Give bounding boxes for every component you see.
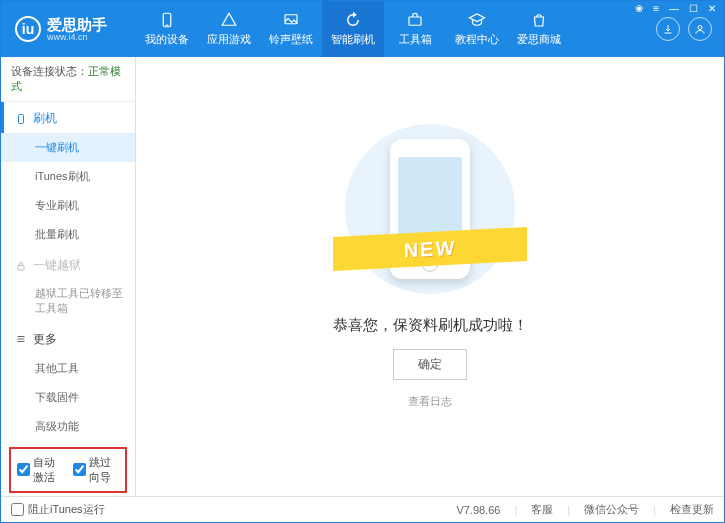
settings-icon[interactable]: ❀	[633, 3, 645, 14]
checkbox-skip-guide[interactable]: 跳过向导	[73, 455, 119, 485]
body: 设备连接状态：正常模式 刷机 一键刷机 iTunes刷机 专业刷机 批量刷机 一…	[1, 57, 724, 496]
phone-illustration: NEW	[345, 124, 515, 294]
header: iu 爱思助手 www.i4.cn 我的设备 应用游戏 铃声壁纸 智能刷机	[1, 1, 724, 57]
support-link[interactable]: 客服	[531, 502, 553, 517]
refresh-icon	[344, 11, 362, 29]
nav-store[interactable]: 爱思商城	[508, 1, 570, 57]
section-more[interactable]: 更多	[1, 323, 135, 354]
svg-rect-5	[19, 114, 24, 123]
sidebar-item-pro[interactable]: 专业刷机	[1, 191, 135, 220]
options-box: 自动激活 跳过向导	[9, 447, 127, 493]
wechat-link[interactable]: 微信公众号	[584, 502, 639, 517]
new-ribbon: NEW	[333, 227, 527, 271]
close-button[interactable]: ✕	[706, 3, 718, 14]
svg-rect-6	[18, 265, 24, 270]
wallpaper-icon	[282, 11, 300, 29]
jailbreak-note: 越狱工具已转移至 工具箱	[1, 280, 135, 323]
check-update-link[interactable]: 检查更新	[670, 502, 714, 517]
app-window: ❀ ≡ — ☐ ✕ iu 爱思助手 www.i4.cn 我的设备 应用游戏 铃声	[0, 0, 725, 523]
menu-icon[interactable]: ≡	[651, 3, 661, 14]
footer-right: V7.98.66 | 客服 | 微信公众号 | 检查更新	[456, 502, 714, 517]
lock-icon	[15, 260, 27, 272]
toolbox-icon	[406, 11, 424, 29]
version-label: V7.98.66	[456, 504, 500, 516]
user-button[interactable]	[688, 17, 712, 41]
phone-icon	[158, 11, 176, 29]
brand-url: www.i4.cn	[47, 32, 107, 42]
main-nav: 我的设备 应用游戏 铃声壁纸 智能刷机 工具箱 教程中心	[136, 1, 656, 57]
user-icon	[694, 23, 706, 35]
download-button[interactable]	[656, 17, 680, 41]
device-status: 设备连接状态：正常模式	[1, 57, 135, 102]
svg-point-4	[698, 26, 702, 30]
sidebar-item-itunes[interactable]: iTunes刷机	[1, 162, 135, 191]
sidebar-item-othertools[interactable]: 其他工具	[1, 354, 135, 383]
footer: 阻止iTunes运行 V7.98.66 | 客服 | 微信公众号 | 检查更新	[1, 496, 724, 522]
nav-my-device[interactable]: 我的设备	[136, 1, 198, 57]
minimize-button[interactable]: —	[667, 3, 681, 14]
maximize-button[interactable]: ☐	[687, 3, 700, 14]
brand-name: 爱思助手	[47, 17, 107, 32]
svg-rect-3	[409, 17, 421, 25]
nav-tutorials[interactable]: 教程中心	[446, 1, 508, 57]
nav-flash[interactable]: 智能刷机	[322, 1, 384, 57]
view-log-link[interactable]: 查看日志	[408, 394, 452, 409]
sidebar: 设备连接状态：正常模式 刷机 一键刷机 iTunes刷机 专业刷机 批量刷机 一…	[1, 57, 136, 496]
main-content: NEW 恭喜您，保资料刷机成功啦！ 确定 查看日志	[136, 57, 724, 496]
phone-icon	[15, 113, 27, 125]
apps-icon	[220, 11, 238, 29]
nav-apps[interactable]: 应用游戏	[198, 1, 260, 57]
sidebar-item-download-fw[interactable]: 下载固件	[1, 383, 135, 412]
header-right	[656, 17, 724, 41]
store-icon	[530, 11, 548, 29]
graduation-icon	[468, 11, 486, 29]
checkbox-block-itunes[interactable]: 阻止iTunes运行	[11, 502, 105, 517]
section-jailbreak: 一键越狱	[1, 249, 135, 280]
checkbox-auto-activate[interactable]: 自动激活	[17, 455, 63, 485]
ok-button[interactable]: 确定	[393, 349, 467, 380]
nav-ringtones[interactable]: 铃声壁纸	[260, 1, 322, 57]
download-icon	[662, 23, 674, 35]
nav-toolbox[interactable]: 工具箱	[384, 1, 446, 57]
sidebar-item-advanced[interactable]: 高级功能	[1, 412, 135, 441]
success-message: 恭喜您，保资料刷机成功啦！	[333, 316, 528, 335]
list-icon	[15, 333, 27, 345]
sidebar-item-batch[interactable]: 批量刷机	[1, 220, 135, 249]
sidebar-item-oneclick[interactable]: 一键刷机	[1, 133, 135, 162]
section-flash[interactable]: 刷机	[1, 102, 135, 133]
logo[interactable]: iu 爱思助手 www.i4.cn	[1, 16, 136, 42]
logo-icon: iu	[15, 16, 41, 42]
window-controls: ❀ ≡ — ☐ ✕	[633, 3, 718, 14]
